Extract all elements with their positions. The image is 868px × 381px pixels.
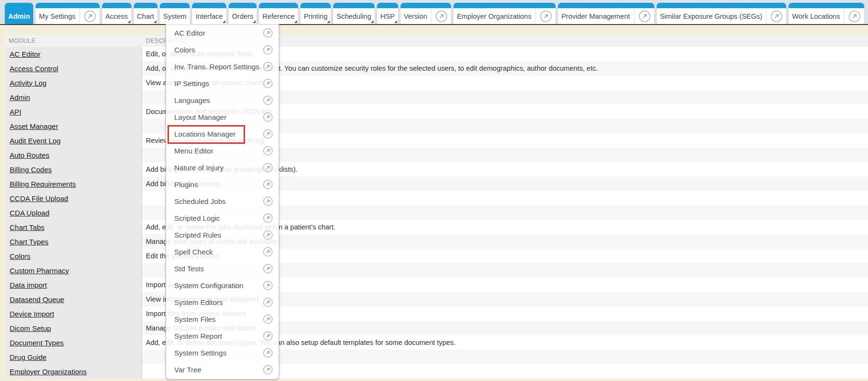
menu-item-std-tests[interactable]: Std Tests [166, 260, 279, 277]
table-row: AC Editor Edit, or delete auto-complete … [6, 47, 868, 61]
menu-item-ac-editor[interactable]: AC Editor [166, 25, 279, 41]
open-new-window-icon[interactable] [263, 62, 273, 72]
module-link-access-control[interactable]: Access Control [10, 64, 58, 73]
menu-item-system-report[interactable]: System Report [166, 328, 279, 344]
menu-item-menu-editor[interactable]: Menu Editor [166, 142, 279, 159]
open-new-window-icon[interactable] [263, 78, 273, 89]
module-link-datasend-queue[interactable]: Datasend Queue [10, 295, 64, 304]
open-new-window-icon[interactable] [263, 297, 273, 307]
open-new-window-icon[interactable] [263, 179, 273, 190]
module-link-custom-pharmacy[interactable]: Custom Pharmacy [10, 267, 69, 275]
tab-admin[interactable]: Admin [5, 3, 33, 24]
module-link-employer-organizations[interactable]: Employer Organizations [10, 368, 87, 376]
module-link-billing-requirements[interactable]: Billing Requirements [10, 180, 76, 188]
tab-access[interactable]: Access [102, 3, 131, 24]
tab-label: Printing [304, 13, 327, 20]
module-link-api[interactable]: API [10, 108, 21, 116]
menu-item-system-settings[interactable]: System Settings [166, 344, 279, 361]
module-link-ac-editor[interactable]: AC Editor [10, 50, 40, 58]
tab-scheduling[interactable]: Scheduling [333, 3, 375, 24]
module-link-device-import[interactable]: Device Import [10, 310, 54, 318]
menu-item-layout-manager[interactable]: Layout Manager [166, 109, 279, 126]
tab-hsp[interactable]: HSP [377, 3, 398, 24]
open-new-window-icon[interactable] [263, 146, 273, 156]
open-new-window-icon[interactable] [263, 45, 273, 55]
tab-work-locations[interactable]: Work Locations [789, 3, 864, 24]
external-link-icon[interactable] [79, 8, 96, 24]
menu-item-system-configuration[interactable]: System Configuration [166, 277, 279, 294]
open-new-window-icon[interactable] [263, 230, 273, 240]
module-link-chart-types[interactable]: Chart Types [10, 238, 49, 246]
open-new-window-icon[interactable] [263, 196, 273, 206]
module-link-billing-codes[interactable]: Billing Codes [10, 165, 52, 174]
open-new-window-icon[interactable] [263, 129, 273, 139]
tab-version[interactable]: Version [401, 3, 451, 24]
module-link-document-types[interactable]: Document Types [10, 339, 64, 347]
open-new-window-icon[interactable] [263, 163, 273, 173]
tab-label: My Settings [39, 13, 76, 20]
menu-item-label: Scheduled Jobs [174, 197, 263, 205]
module-link-drug-guide[interactable]: Drug Guide [10, 353, 47, 361]
table-row: Audit Event Log Review security events i… [6, 133, 868, 148]
menu-item-system-files[interactable]: System Files [166, 311, 279, 328]
module-link-chart-tabs[interactable]: Chart Tabs [10, 223, 44, 231]
menu-item-scheduled-jobs[interactable]: Scheduled Jobs [166, 193, 279, 210]
open-new-window-icon[interactable] [263, 365, 273, 375]
open-new-window-icon[interactable] [263, 264, 273, 274]
open-new-window-icon[interactable] [263, 280, 273, 291]
open-new-window-icon[interactable] [263, 348, 273, 358]
external-link-icon[interactable] [844, 8, 861, 24]
table-row: Access Control Add, or update a new user… [6, 61, 868, 76]
tab-printing[interactable]: Printing [300, 3, 331, 24]
module-link-data-import[interactable]: Data import [10, 281, 47, 289]
tab-reference[interactable]: Reference [259, 3, 298, 24]
tab-chart[interactable]: Chart [134, 3, 157, 24]
tab-similar-exposure-groups-segs[interactable]: Similar Exposure Groups (SEGs) [657, 3, 787, 24]
external-link-icon[interactable] [535, 8, 552, 24]
menu-item-inv-trans-report-settings[interactable]: Inv. Trans. Report Settings [166, 58, 279, 75]
open-new-window-icon[interactable] [263, 28, 273, 38]
module-link-ccda-file-upload[interactable]: CCDA File Upload [10, 194, 68, 203]
module-link-colors[interactable]: Colors [10, 252, 30, 260]
menu-item-nature-of-injury[interactable]: Nature of Injury [166, 159, 279, 176]
external-link-icon[interactable] [634, 8, 651, 24]
table-row: Asset Manager [6, 119, 868, 133]
tab-orders[interactable]: Orders [229, 3, 257, 24]
external-link-icon[interactable] [766, 8, 783, 24]
menu-item-var-tree[interactable]: Var Tree [166, 361, 279, 378]
table-row: Colors Edit the system's colors [6, 249, 868, 263]
module-link-auto-routes[interactable]: Auto Routes [10, 151, 50, 159]
module-link-activity-log[interactable]: Activity Log [10, 79, 47, 87]
tab-system[interactable]: System [160, 3, 190, 24]
module-link-audit-event-log[interactable]: Audit Event Log [10, 137, 61, 145]
menu-item-scripted-logic[interactable]: Scripted Logic [166, 210, 279, 227]
menu-item-ip-settings[interactable]: IP Settings [166, 75, 279, 92]
open-new-window-icon[interactable] [263, 95, 273, 105]
tab-provider-management[interactable]: Provider Management [558, 3, 654, 24]
menu-item-label: Colors [174, 46, 263, 54]
menu-item-system-editors[interactable]: System Editors [166, 294, 279, 311]
external-link-icon[interactable] [431, 8, 448, 24]
tab-label: Version [404, 13, 427, 20]
menu-item-scripted-rules[interactable]: Scripted Rules [166, 227, 279, 243]
open-new-window-icon[interactable] [263, 314, 273, 324]
module-link-dicom-setup[interactable]: Dicom Setup [10, 324, 51, 332]
menu-item-spell-check[interactable]: Spell Check [166, 243, 279, 260]
open-new-window-icon[interactable] [263, 331, 273, 341]
module-link-admin[interactable]: Admin [10, 93, 30, 102]
table-row: Employer Organizations [6, 364, 868, 379]
tab-employer-organizations[interactable]: Employer Organizations [453, 3, 556, 24]
module-link-cda-upload[interactable]: CDA Upload [10, 209, 50, 217]
open-new-window-icon[interactable] [263, 213, 273, 223]
menu-item-label: AC Editor [174, 29, 263, 37]
open-new-window-icon[interactable] [263, 112, 273, 122]
tab-my-settings[interactable]: My Settings [36, 3, 100, 24]
menu-item-plugins[interactable]: Plugins [166, 176, 279, 193]
tab-interface[interactable]: Interface [192, 3, 226, 24]
open-new-window-icon[interactable] [263, 247, 273, 257]
menu-item-colors[interactable]: Colors [166, 41, 279, 58]
table-row: Custom Pharmacy [6, 263, 868, 278]
menu-item-locations-manager[interactable]: Locations Manager [166, 126, 279, 142]
menu-item-languages[interactable]: Languages [166, 92, 279, 109]
module-link-asset-manager[interactable]: Asset Manager [10, 122, 58, 130]
